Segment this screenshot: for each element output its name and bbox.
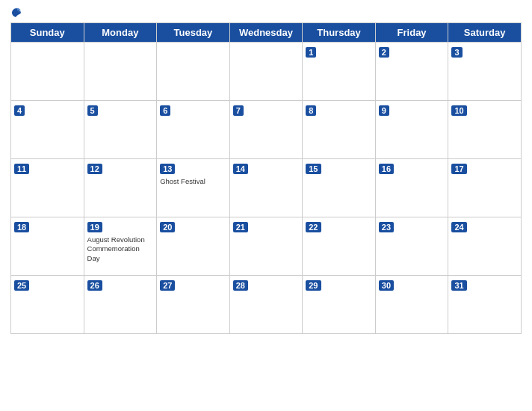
calendar-cell: 24 <box>448 217 522 276</box>
calendar-cell <box>11 43 84 101</box>
calendar-cell: 31 <box>448 276 522 334</box>
day-number: 27 <box>160 280 175 291</box>
calendar-cell: 1 <box>303 43 376 101</box>
calendar-cell: 28 <box>229 276 303 334</box>
day-number: 10 <box>451 105 466 116</box>
weekday-header-monday: Monday <box>84 23 157 43</box>
logo-bird-icon <box>10 7 22 18</box>
calendar-week-row: 111213Ghost Festival14151617 <box>11 159 522 217</box>
calendar-cell: 4 <box>11 101 84 159</box>
day-number: 12 <box>87 164 102 174</box>
day-number: 23 <box>379 222 394 232</box>
calendar-cell: 5 <box>84 101 157 159</box>
weekday-header-tuesday: Tuesday <box>157 23 230 43</box>
day-number: 24 <box>451 222 466 232</box>
calendar-cell: 10 <box>448 101 522 159</box>
calendar-cell: 2 <box>375 43 448 101</box>
calendar-cell: 8 <box>303 101 376 159</box>
day-number: 30 <box>379 280 394 291</box>
day-number: 26 <box>87 280 102 291</box>
event-text: Ghost Festival <box>160 177 226 186</box>
day-number: 16 <box>379 164 394 174</box>
calendar-cell: 12 <box>84 159 157 217</box>
calendar-cell: 19August Revolution Commemoration Day <box>84 217 157 276</box>
day-number: 11 <box>14 164 29 174</box>
calendar-cell: 18 <box>11 217 84 276</box>
calendar-cell: 17 <box>448 159 522 217</box>
calendar-cell: 22 <box>303 217 376 276</box>
weekday-header-row: SundayMondayTuesdayWednesdayThursdayFrid… <box>11 23 522 43</box>
weekday-header-wednesday: Wednesday <box>229 23 303 43</box>
calendar-week-row: 123 <box>11 43 522 101</box>
event-text: August Revolution Commemoration Day <box>87 235 154 263</box>
calendar-cell: 16 <box>375 159 448 217</box>
logo-blue-text <box>10 7 24 18</box>
calendar-cell: 21 <box>229 217 303 276</box>
calendar-cell: 9 <box>375 101 448 159</box>
calendar-week-row: 45678910 <box>11 101 522 159</box>
calendar-cell: 14 <box>229 159 303 217</box>
weekday-header-friday: Friday <box>375 23 448 43</box>
weekday-header-saturday: Saturday <box>448 23 522 43</box>
day-number: 25 <box>14 280 29 291</box>
day-number: 14 <box>233 164 248 174</box>
calendar-cell <box>84 43 157 101</box>
calendar-page: SundayMondayTuesdayWednesdayThursdayFrid… <box>0 0 532 411</box>
calendar-cell: 30 <box>375 276 448 334</box>
day-number: 5 <box>87 105 98 116</box>
day-number: 19 <box>87 222 102 232</box>
calendar-cell: 20 <box>157 217 230 276</box>
day-number: 29 <box>306 280 321 291</box>
day-number: 28 <box>233 280 248 291</box>
calendar-cell: 11 <box>11 159 84 217</box>
day-number: 6 <box>160 105 170 116</box>
weekday-header-thursday: Thursday <box>303 23 376 43</box>
day-number: 4 <box>14 105 25 116</box>
calendar-cell <box>157 43 230 101</box>
calendar-cell: 7 <box>229 101 303 159</box>
calendar-cell: 15 <box>303 159 376 217</box>
weekday-header-sunday: Sunday <box>11 23 84 43</box>
calendar-table: SundayMondayTuesdayWednesdayThursdayFrid… <box>10 22 522 334</box>
calendar-cell: 26 <box>84 276 157 334</box>
calendar-cell: 6 <box>157 101 230 159</box>
day-number: 17 <box>451 164 466 174</box>
day-number: 2 <box>379 47 389 58</box>
day-number: 20 <box>160 222 175 232</box>
logo <box>10 7 24 18</box>
calendar-cell <box>229 43 303 101</box>
calendar-cell: 23 <box>375 217 448 276</box>
day-number: 7 <box>233 105 244 116</box>
calendar-cell: 13Ghost Festival <box>157 159 230 217</box>
calendar-cell: 27 <box>157 276 230 334</box>
calendar-week-row: 1819August Revolution Commemoration Day2… <box>11 217 522 276</box>
header <box>10 7 522 18</box>
day-number: 22 <box>306 222 321 232</box>
calendar-cell: 3 <box>448 43 522 101</box>
calendar-week-row: 25262728293031 <box>11 276 522 334</box>
day-number: 1 <box>306 47 316 58</box>
day-number: 31 <box>451 280 466 291</box>
day-number: 13 <box>160 164 175 174</box>
calendar-cell: 25 <box>11 276 84 334</box>
day-number: 8 <box>306 105 316 116</box>
calendar-cell: 29 <box>303 276 376 334</box>
day-number: 21 <box>233 222 248 232</box>
day-number: 18 <box>14 222 29 232</box>
day-number: 3 <box>451 47 462 58</box>
day-number: 9 <box>379 105 389 116</box>
day-number: 15 <box>306 164 321 174</box>
